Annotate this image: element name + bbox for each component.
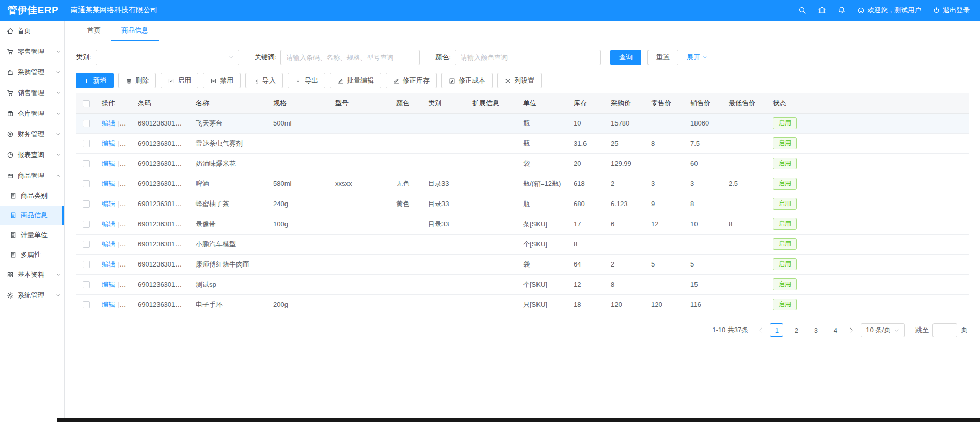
- edit-link[interactable]: 编辑: [102, 240, 115, 248]
- sidebar-item-goods[interactable]: 商品管理: [0, 165, 64, 186]
- sidebar-item-goods-info[interactable]: 商品信息: [0, 206, 64, 225]
- next-page-button[interactable]: [847, 327, 856, 333]
- welcome-user[interactable]: 欢迎您，测试用户: [857, 6, 921, 15]
- sidebar-item-retail[interactable]: 零售管理: [0, 41, 64, 62]
- cell-sale_price: 8: [685, 194, 723, 214]
- status-badge: 启用: [773, 278, 797, 291]
- jump-label: 跳至: [915, 325, 929, 335]
- tab-home[interactable]: 首页: [77, 21, 111, 41]
- page-size-select[interactable]: 10 条/页: [861, 323, 905, 337]
- sidebar-item-system[interactable]: 系统管理: [0, 285, 64, 306]
- edit-link[interactable]: 编辑: [102, 220, 115, 228]
- sidebar-item-home[interactable]: 首页: [0, 21, 64, 41]
- search-icon[interactable]: [798, 6, 807, 14]
- pagination-divider: [910, 326, 910, 334]
- doc-icon: [10, 212, 17, 219]
- chevron-up-icon: [56, 173, 61, 178]
- cell-min_price: [723, 153, 768, 174]
- status-badge: 启用: [773, 178, 797, 190]
- row-checkbox[interactable]: [83, 261, 90, 268]
- cell-model: [330, 294, 391, 315]
- welcome-text: 欢迎您，测试用户: [867, 6, 921, 15]
- edit-link[interactable]: 编辑: [102, 301, 115, 308]
- edit-link[interactable]: 编辑: [102, 180, 115, 187]
- category-select[interactable]: [96, 50, 239, 65]
- edit-link[interactable]: 编辑: [102, 280, 115, 288]
- page-button-1[interactable]: 1: [770, 323, 783, 337]
- sidebar-item-label: 仓库管理: [18, 109, 44, 118]
- row-checkbox[interactable]: [83, 180, 90, 187]
- edit-link[interactable]: 编辑: [102, 160, 115, 167]
- sidebar-item-measure-unit[interactable]: 计量单位: [0, 225, 64, 245]
- import-button[interactable]: 导入: [245, 73, 283, 88]
- expand-link[interactable]: 展开: [687, 53, 708, 62]
- jump-input[interactable]: [932, 323, 957, 337]
- row-checkbox[interactable]: [83, 200, 90, 208]
- bag-icon: [7, 69, 14, 76]
- sidebar-item-warehouse[interactable]: 仓库管理: [0, 103, 64, 124]
- chevron-down-icon: [56, 70, 61, 75]
- sidebar-item-goods-category[interactable]: 商品类别: [0, 186, 64, 206]
- row-checkbox[interactable]: [83, 221, 90, 228]
- sidebar-item-finance[interactable]: 财务管理: [0, 124, 64, 145]
- row-checkbox[interactable]: [83, 120, 90, 127]
- row-checkbox[interactable]: [83, 140, 90, 147]
- color-input[interactable]: [455, 50, 601, 65]
- add-button[interactable]: 新增: [76, 73, 114, 88]
- bell-icon: [837, 6, 846, 14]
- sidebar-item-multi-attr[interactable]: 多属性: [0, 245, 64, 264]
- cell-sale_price: 10: [685, 214, 723, 234]
- status-badge: 启用: [773, 218, 797, 230]
- table-row: 编辑|删除6901236301331录像带100g目录33条[SKU]17612…: [76, 214, 969, 234]
- cell-stock: 17: [568, 214, 606, 234]
- fix-stock-button[interactable]: 修正库存: [386, 73, 437, 88]
- select-all-checkbox[interactable]: [83, 100, 90, 107]
- row-checkbox[interactable]: [83, 301, 90, 308]
- edit-link[interactable]: 编辑: [102, 119, 115, 127]
- prev-page-button[interactable]: [756, 327, 765, 333]
- link-separator: |: [118, 200, 119, 208]
- export-button[interactable]: 导出: [288, 73, 325, 88]
- smile-icon: [857, 7, 865, 14]
- edit-link[interactable]: 编辑: [102, 260, 115, 268]
- chevron-down-icon: [56, 49, 61, 54]
- button-label: 列设置: [514, 76, 534, 85]
- delete-button[interactable]: 删除: [118, 73, 156, 88]
- chevron-down-icon: [56, 152, 61, 158]
- cell-sale_price: [685, 234, 723, 254]
- sidebar-item-purchase[interactable]: 采购管理: [0, 62, 64, 83]
- sidebar-item-report[interactable]: 报表查询: [0, 145, 64, 165]
- bank-icon[interactable]: [818, 6, 826, 14]
- row-checkbox[interactable]: [83, 160, 90, 167]
- tab-goods-info[interactable]: 商品信息: [111, 21, 159, 41]
- row-checkbox[interactable]: [83, 241, 90, 248]
- cell-model: [330, 234, 391, 254]
- table-body: 编辑|删除6901236301342飞天茅台500ml瓶101578018060…: [76, 113, 969, 315]
- checkbox-cell: [76, 133, 97, 153]
- page-button-3[interactable]: 3: [809, 323, 823, 337]
- cell-category: 目录33: [423, 174, 467, 194]
- sidebar-item-sales[interactable]: 销售管理: [0, 83, 64, 103]
- enable-button[interactable]: 启用: [161, 73, 198, 88]
- box-icon: [7, 110, 14, 117]
- edit-link[interactable]: 编辑: [102, 139, 115, 147]
- logout-button[interactable]: 退出登录: [932, 6, 970, 15]
- batch-edit-button[interactable]: 批量编辑: [330, 73, 381, 88]
- page-button-4[interactable]: 4: [829, 323, 842, 337]
- cell-purchase_price: 120: [606, 294, 646, 315]
- search-button[interactable]: 查询: [610, 50, 641, 65]
- chevron-down-icon: [56, 152, 61, 158]
- cell-unit: 条[SKU]: [518, 214, 568, 234]
- disable-button[interactable]: 禁用: [203, 73, 241, 88]
- bell-icon[interactable]: [837, 6, 846, 14]
- sidebar-item-basic[interactable]: 基本资料: [0, 264, 64, 285]
- column-settings-button[interactable]: 列设置: [497, 73, 542, 88]
- fix-cost-button[interactable]: 修正成本: [441, 73, 493, 88]
- keyword-input[interactable]: [280, 50, 420, 65]
- edit-link[interactable]: 编辑: [102, 200, 115, 208]
- button-label: 修正成本: [459, 76, 485, 85]
- page-button-2[interactable]: 2: [789, 323, 803, 337]
- row-checkbox[interactable]: [83, 281, 90, 288]
- reset-button[interactable]: 重置: [647, 50, 678, 65]
- logout-text: 退出登录: [943, 6, 970, 15]
